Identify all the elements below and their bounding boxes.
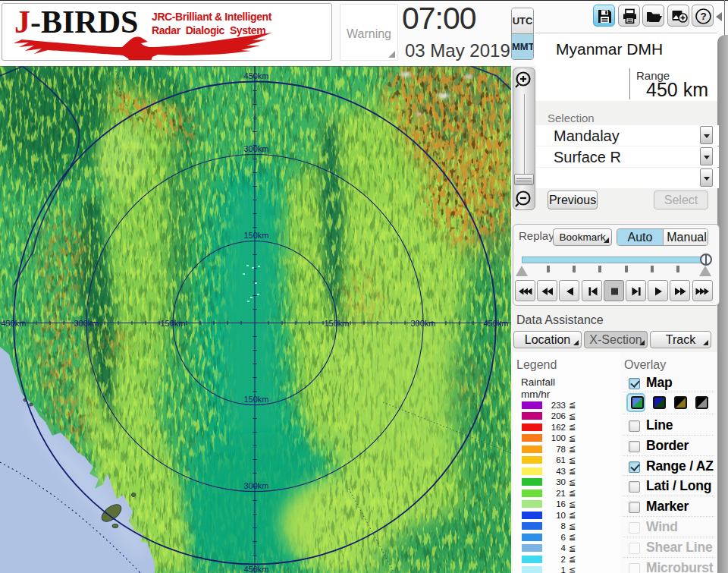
svg-text:450km: 450km — [243, 71, 268, 80]
svg-text:300km: 300km — [410, 319, 435, 328]
svg-text:450km: 450km — [483, 319, 508, 328]
svg-text:150km: 150km — [324, 319, 349, 328]
svg-text:450km: 450km — [1, 319, 26, 328]
svg-text:150km: 150km — [160, 319, 185, 328]
svg-text:450km: 450km — [243, 565, 268, 573]
svg-text:?: ? — [700, 11, 706, 22]
svg-text:300km: 300km — [243, 481, 268, 490]
svg-text:150km: 150km — [243, 395, 268, 404]
svg-text:300km: 300km — [74, 319, 99, 328]
svg-text:150km: 150km — [243, 231, 268, 240]
svg-text:300km: 300km — [243, 144, 268, 153]
